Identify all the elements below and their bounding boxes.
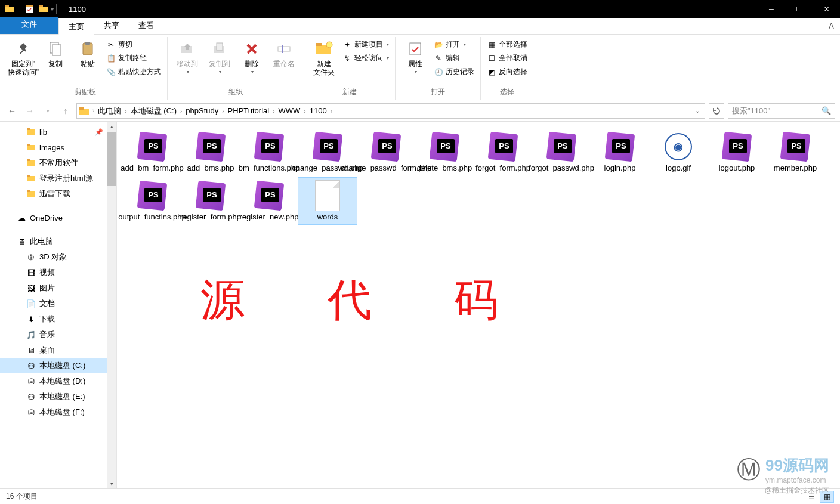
- ribbon-group-select: ▦全部选择 ☐全部取消 ◩反向选择 选择: [481, 37, 533, 100]
- tab-view[interactable]: 查看: [129, 17, 163, 34]
- history-button[interactable]: 🕘历史记录: [431, 66, 477, 78]
- group-label: 剪贴板: [75, 86, 96, 100]
- file-name: forgot_form.php: [475, 163, 530, 173]
- open-button[interactable]: 📂打开▾: [431, 38, 477, 51]
- file-item[interactable]: PSchange_passwd_form.php: [357, 129, 415, 175]
- quick-access-newfolder-icon[interactable]: [39, 4, 48, 14]
- file-item[interactable]: words: [298, 178, 357, 224]
- properties-button[interactable]: 属性▾: [399, 37, 431, 76]
- sidebar-item[interactable]: ⛁本地磁盘 (D:): [0, 373, 116, 389]
- file-item[interactable]: PSoutput_functins.php: [123, 178, 181, 224]
- sidebar-item[interactable]: ⛁本地磁盘 (F:): [0, 404, 116, 420]
- sidebar-item-onedrive[interactable]: ☁OneDrive: [0, 210, 116, 225]
- breadcrumb-segment[interactable]: 此电脑: [95, 106, 123, 115]
- sidebar-item[interactable]: ③3D 对象: [0, 249, 116, 265]
- sidebar-item[interactable]: ⬇下载: [0, 311, 116, 327]
- search-input[interactable]: 搜索"1100"🔍: [728, 103, 835, 119]
- chevron-right-icon[interactable]: ›: [123, 108, 128, 115]
- sidebar-item[interactable]: ⛁本地磁盘 (E:): [0, 389, 116, 404]
- file-item[interactable]: PSbm_functions.php: [240, 129, 298, 175]
- minimize-button[interactable]: ─: [758, 0, 785, 18]
- sidebar-item[interactable]: 📄文档: [0, 296, 116, 311]
- breadcrumb-segment[interactable]: phpStudy: [183, 106, 221, 115]
- sidebar-item[interactable]: 登录注册html源: [0, 171, 116, 186]
- file-item[interactable]: PSforgot_form.php: [474, 129, 532, 175]
- scroll-down-icon[interactable]: ▾: [107, 479, 116, 488]
- sidebar-item[interactable]: lib📌: [0, 124, 116, 140]
- newitem-icon: ✦: [342, 40, 352, 50]
- sidebar-item[interactable]: 迅雷下载: [0, 186, 116, 202]
- tab-home[interactable]: 主页: [58, 18, 94, 35]
- new-item-button[interactable]: ✦新建项目▾: [340, 38, 391, 51]
- sidebar-item[interactable]: 🎵音乐: [0, 327, 116, 342]
- file-item[interactable]: PSadd_bms.php: [181, 129, 240, 175]
- copyto-icon: [210, 39, 229, 58]
- address-bar[interactable]: › 此电脑›本地磁盘 (C:)›phpStudy›PHPTutorial›WWW…: [76, 103, 705, 119]
- content-pane[interactable]: PSadd_bm_form.phpPSadd_bms.phpPSbm_funct…: [117, 122, 840, 488]
- file-item[interactable]: ◉logo.gif: [649, 129, 708, 175]
- qat-dropdown-icon[interactable]: ▾: [51, 6, 54, 13]
- up-button[interactable]: ↑: [58, 104, 73, 118]
- tab-file[interactable]: 文件: [0, 17, 58, 34]
- paste-button[interactable]: 粘贴: [72, 37, 104, 68]
- copy-path-button[interactable]: 📋复制路径: [104, 52, 163, 64]
- sidebar-item[interactable]: ⛁本地磁盘 (C:): [0, 358, 116, 373]
- sidebar-scrollbar[interactable]: ▴ ▾: [107, 122, 116, 488]
- breadcrumb-segment[interactable]: PHPTutorial: [226, 106, 272, 115]
- phpstorm-file-icon: PS: [255, 133, 283, 160]
- file-item[interactable]: PSregister_form.php: [181, 178, 240, 224]
- chevron-right-icon[interactable]: ›: [221, 108, 225, 115]
- chevron-right-icon[interactable]: ›: [271, 108, 276, 115]
- refresh-button[interactable]: [709, 103, 724, 119]
- quick-access-properties-icon[interactable]: [24, 4, 34, 14]
- select-all-button[interactable]: ▦全部选择: [484, 38, 530, 51]
- recent-dropdown[interactable]: ▾: [41, 104, 55, 118]
- file-item[interactable]: PSregister_new.php: [240, 178, 298, 224]
- close-button[interactable]: ✕: [813, 0, 840, 18]
- breadcrumb-segment[interactable]: 本地磁盘 (C:): [128, 106, 179, 115]
- copy-button[interactable]: 复制: [39, 37, 72, 68]
- svg-rect-24: [27, 144, 30, 146]
- easy-access-button[interactable]: ↯轻松访问▾: [340, 52, 391, 64]
- sidebar-item[interactable]: 🖥桌面: [0, 342, 116, 358]
- chevron-right-icon[interactable]: ›: [302, 108, 307, 115]
- sidebar-item[interactable]: 🎞视频: [0, 265, 116, 280]
- delete-icon: [242, 39, 261, 58]
- chevron-right-icon[interactable]: ›: [91, 107, 95, 114]
- file-item[interactable]: PSlogout.php: [708, 129, 766, 175]
- sidebar-item[interactable]: 不常用软件: [0, 155, 116, 171]
- paste-shortcut-button[interactable]: 📎粘贴快捷方式: [104, 66, 163, 78]
- scroll-up-icon[interactable]: ▴: [107, 122, 116, 131]
- delete-button[interactable]: 删除▾: [236, 37, 268, 76]
- file-item[interactable]: PSdelete_bms.php: [415, 129, 474, 175]
- edit-button[interactable]: ✎编辑: [431, 52, 477, 64]
- cube-icon: ③: [26, 252, 36, 262]
- label: 固定到"快速访问": [8, 60, 39, 76]
- address-dropdown-icon[interactable]: ⌄: [693, 107, 702, 114]
- copy-to-button[interactable]: 复制到▾: [203, 37, 236, 76]
- file-item[interactable]: PSadd_bm_form.php: [123, 129, 181, 175]
- phpstorm-file-icon: PS: [723, 133, 751, 160]
- tab-share[interactable]: 共享: [94, 17, 129, 34]
- move-to-button[interactable]: 移动到▾: [171, 37, 203, 76]
- back-button[interactable]: ←: [5, 104, 19, 118]
- forward-button[interactable]: →: [23, 104, 37, 118]
- new-folder-button[interactable]: 新建文件夹: [308, 37, 340, 76]
- rename-button[interactable]: 重命名: [268, 37, 300, 68]
- maximize-button[interactable]: ☐: [785, 0, 813, 18]
- sidebar-item[interactable]: images: [0, 140, 116, 155]
- chevron-right-icon[interactable]: ›: [329, 108, 333, 115]
- pin-to-quick-access-button[interactable]: 固定到"快速访问": [7, 37, 39, 76]
- scroll-thumb[interactable]: [107, 132, 116, 186]
- ribbon-collapse-icon[interactable]: ᐱ: [829, 21, 834, 30]
- file-item[interactable]: PSmember.php: [766, 129, 824, 175]
- file-item[interactable]: PSlogin.php: [591, 129, 649, 175]
- breadcrumb-segment[interactable]: WWW: [276, 106, 303, 115]
- breadcrumb-segment[interactable]: 1100: [307, 106, 329, 115]
- select-none-button[interactable]: ☐全部取消: [484, 52, 530, 64]
- invert-selection-button[interactable]: ◩反向选择: [484, 66, 530, 78]
- file-item[interactable]: PSforgot_passwd.php: [532, 129, 591, 175]
- cut-button[interactable]: ✂剪切: [104, 38, 163, 51]
- sidebar-item-thispc[interactable]: 🖥此电脑: [0, 234, 116, 249]
- sidebar-item[interactable]: 🖼图片: [0, 280, 116, 296]
